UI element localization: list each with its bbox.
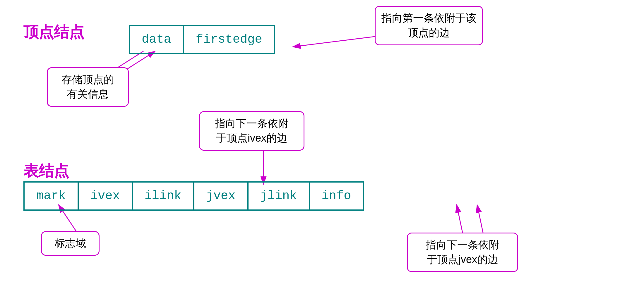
svg-line-0: [123, 51, 155, 72]
vertex-cell-firstedge: firstedge: [184, 26, 274, 53]
bubble-data-info: 存储顶点的 有关信息: [47, 67, 129, 107]
edge-cell-ilink: ilink: [133, 183, 194, 209]
vertex-cell-data: data: [130, 26, 184, 53]
bubble-mark-info: 标志域: [41, 231, 100, 256]
canvas: 顶点结点 data firstedge 存储顶点的 有关信息 指向第一条依附于该…: [0, 0, 644, 306]
edge-cell-jlink: jlink: [249, 183, 310, 209]
vertex-node-box: data firstedge: [129, 25, 275, 54]
svg-line-5: [457, 205, 463, 233]
bubble-jlink-info: 指向下一条依附 于顶点jvex的边: [407, 233, 518, 272]
bubble-firstedge-info: 指向第一条依附于该 顶点的边: [375, 6, 483, 45]
edge-cell-info: info: [310, 183, 363, 209]
edge-cell-ivex: ivex: [79, 183, 133, 209]
arrows-svg: [0, 0, 644, 306]
svg-line-6: [477, 205, 483, 233]
vertex-section-label: 顶点结点: [23, 22, 84, 42]
bubble-ilink-info: 指向下一条依附 于顶点ivex的边: [199, 111, 304, 151]
svg-line-2: [293, 35, 386, 47]
edge-node-box: mark ivex ilink jvex jlink info: [23, 181, 364, 211]
edge-section-label: 表结点: [23, 161, 69, 181]
edge-cell-jvex: jvex: [194, 183, 249, 209]
edge-cell-mark: mark: [25, 183, 79, 209]
